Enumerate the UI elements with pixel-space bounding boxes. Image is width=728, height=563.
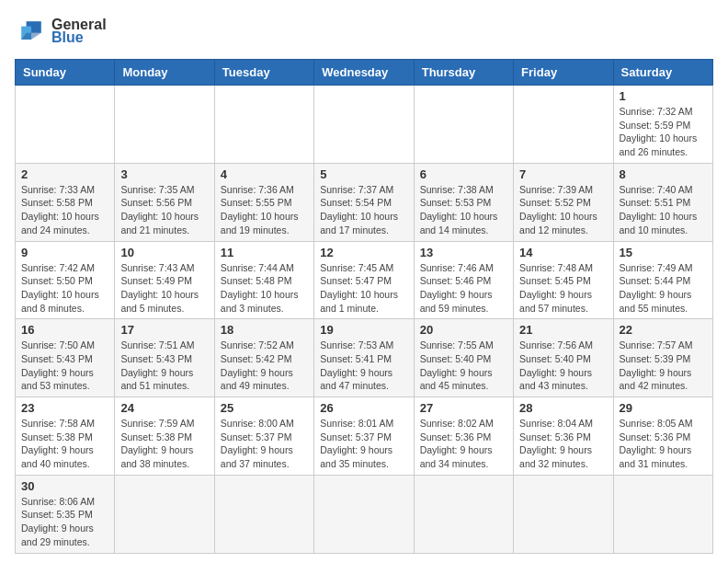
- calendar-cell: 4Sunrise: 7:36 AM Sunset: 5:55 PM Daylig…: [214, 163, 313, 241]
- day-number: 29: [620, 401, 707, 415]
- calendar-cell: 24Sunrise: 7:59 AM Sunset: 5:38 PM Dayli…: [115, 397, 214, 476]
- calendar-cell: 12Sunrise: 7:45 AM Sunset: 5:47 PM Dayli…: [314, 241, 414, 319]
- calendar-body: 1Sunrise: 7:32 AM Sunset: 5:59 PM Daylig…: [16, 86, 713, 554]
- calendar-cell: 26Sunrise: 8:01 AM Sunset: 5:37 PM Dayli…: [314, 397, 414, 476]
- day-number: 12: [320, 246, 407, 259]
- calendar-cell: 6Sunrise: 7:38 AM Sunset: 5:53 PM Daylig…: [414, 163, 513, 241]
- day-info: Sunrise: 7:55 AM Sunset: 5:40 PM Dayligh…: [420, 339, 507, 393]
- calendar-week-5: 23Sunrise: 7:58 AM Sunset: 5:38 PM Dayli…: [16, 397, 713, 476]
- day-number: 5: [320, 167, 407, 181]
- day-number: 17: [120, 323, 208, 337]
- day-number: 11: [221, 246, 308, 259]
- day-number: 10: [120, 246, 208, 259]
- calendar-cell: 18Sunrise: 7:52 AM Sunset: 5:42 PM Dayli…: [214, 319, 313, 397]
- calendar-cell: 22Sunrise: 7:57 AM Sunset: 5:39 PM Dayli…: [613, 319, 712, 397]
- calendar-cell: 21Sunrise: 7:56 AM Sunset: 5:40 PM Dayli…: [514, 319, 613, 397]
- day-info: Sunrise: 7:48 AM Sunset: 5:45 PM Dayligh…: [519, 261, 607, 316]
- day-info: Sunrise: 7:57 AM Sunset: 5:39 PM Dayligh…: [620, 339, 707, 393]
- calendar-cell: 14Sunrise: 7:48 AM Sunset: 5:45 PM Dayli…: [514, 241, 613, 319]
- calendar-cell: [414, 475, 513, 553]
- day-number: 7: [519, 167, 607, 181]
- day-number: 24: [120, 401, 208, 415]
- weekday-header-wednesday: Wednesday: [314, 60, 414, 86]
- calendar-cell: [514, 475, 613, 553]
- day-number: 25: [221, 401, 308, 415]
- calendar-cell: 5Sunrise: 7:37 AM Sunset: 5:54 PM Daylig…: [314, 163, 414, 241]
- calendar-cell: 2Sunrise: 7:33 AM Sunset: 5:58 PM Daylig…: [16, 163, 115, 241]
- calendar-header: SundayMondayTuesdayWednesdayThursdayFrid…: [16, 60, 713, 86]
- day-number: 8: [620, 167, 707, 181]
- day-info: Sunrise: 7:38 AM Sunset: 5:53 PM Dayligh…: [420, 183, 507, 237]
- day-number: 1: [620, 89, 707, 103]
- day-number: 23: [21, 401, 108, 415]
- calendar-table: SundayMondayTuesdayWednesdayThursdayFrid…: [15, 59, 713, 554]
- page-header: General Blue: [15, 15, 713, 48]
- day-number: 22: [620, 323, 707, 337]
- calendar-cell: 1Sunrise: 7:32 AM Sunset: 5:59 PM Daylig…: [613, 86, 712, 164]
- day-info: Sunrise: 8:01 AM Sunset: 5:37 PM Dayligh…: [320, 417, 407, 471]
- calendar-cell: [314, 86, 414, 164]
- day-info: Sunrise: 7:33 AM Sunset: 5:58 PM Dayligh…: [21, 183, 108, 237]
- day-info: Sunrise: 8:04 AM Sunset: 5:36 PM Dayligh…: [519, 417, 607, 471]
- day-number: 20: [420, 323, 507, 337]
- calendar-cell: [613, 475, 712, 553]
- calendar-cell: [115, 475, 214, 553]
- calendar-cell: 10Sunrise: 7:43 AM Sunset: 5:49 PM Dayli…: [115, 241, 214, 319]
- day-info: Sunrise: 8:05 AM Sunset: 5:36 PM Dayligh…: [620, 417, 707, 471]
- day-info: Sunrise: 7:39 AM Sunset: 5:52 PM Dayligh…: [519, 183, 607, 237]
- calendar-cell: [314, 475, 414, 553]
- calendar-week-2: 2Sunrise: 7:33 AM Sunset: 5:58 PM Daylig…: [16, 163, 713, 241]
- day-info: Sunrise: 8:06 AM Sunset: 5:35 PM Dayligh…: [21, 495, 108, 549]
- calendar-cell: 30Sunrise: 8:06 AM Sunset: 5:35 PM Dayli…: [16, 475, 115, 553]
- day-number: 28: [519, 401, 607, 415]
- calendar-cell: 8Sunrise: 7:40 AM Sunset: 5:51 PM Daylig…: [613, 163, 712, 241]
- day-info: Sunrise: 7:35 AM Sunset: 5:56 PM Dayligh…: [120, 183, 208, 237]
- weekday-header-monday: Monday: [115, 60, 214, 86]
- day-number: 4: [221, 167, 308, 181]
- day-number: 3: [120, 167, 208, 181]
- day-number: 16: [21, 323, 108, 337]
- weekday-header-thursday: Thursday: [414, 60, 513, 86]
- calendar-cell: 17Sunrise: 7:51 AM Sunset: 5:43 PM Dayli…: [115, 319, 214, 397]
- calendar-cell: [115, 86, 214, 164]
- weekday-header-row: SundayMondayTuesdayWednesdayThursdayFrid…: [16, 60, 713, 86]
- day-number: 26: [320, 401, 407, 415]
- logo: General Blue: [15, 15, 107, 48]
- day-info: Sunrise: 7:49 AM Sunset: 5:44 PM Dayligh…: [620, 261, 707, 316]
- day-info: Sunrise: 7:59 AM Sunset: 5:38 PM Dayligh…: [120, 417, 208, 471]
- calendar-cell: [514, 86, 613, 164]
- day-info: Sunrise: 7:36 AM Sunset: 5:55 PM Dayligh…: [221, 183, 308, 237]
- day-number: 27: [420, 401, 507, 415]
- day-info: Sunrise: 7:56 AM Sunset: 5:40 PM Dayligh…: [519, 339, 607, 393]
- calendar-cell: 11Sunrise: 7:44 AM Sunset: 5:48 PM Dayli…: [214, 241, 313, 319]
- day-number: 2: [21, 167, 108, 181]
- day-info: Sunrise: 7:40 AM Sunset: 5:51 PM Dayligh…: [620, 183, 707, 237]
- calendar-week-4: 16Sunrise: 7:50 AM Sunset: 5:43 PM Dayli…: [16, 319, 713, 397]
- day-info: Sunrise: 7:32 AM Sunset: 5:59 PM Dayligh…: [620, 105, 707, 159]
- day-info: Sunrise: 7:42 AM Sunset: 5:50 PM Dayligh…: [21, 261, 108, 316]
- weekday-header-friday: Friday: [514, 60, 613, 86]
- calendar-cell: 3Sunrise: 7:35 AM Sunset: 5:56 PM Daylig…: [115, 163, 214, 241]
- calendar-cell: 29Sunrise: 8:05 AM Sunset: 5:36 PM Dayli…: [613, 397, 712, 476]
- calendar-cell: [214, 475, 313, 553]
- weekday-header-saturday: Saturday: [613, 60, 712, 86]
- calendar-week-1: 1Sunrise: 7:32 AM Sunset: 5:59 PM Daylig…: [16, 86, 713, 164]
- day-info: Sunrise: 7:46 AM Sunset: 5:46 PM Dayligh…: [420, 261, 507, 316]
- day-info: Sunrise: 7:52 AM Sunset: 5:42 PM Dayligh…: [221, 339, 308, 393]
- calendar-cell: 13Sunrise: 7:46 AM Sunset: 5:46 PM Dayli…: [414, 241, 513, 319]
- day-info: Sunrise: 7:50 AM Sunset: 5:43 PM Dayligh…: [21, 339, 108, 393]
- day-number: 21: [519, 323, 607, 337]
- day-number: 19: [320, 323, 407, 337]
- calendar-cell: [16, 86, 115, 164]
- day-info: Sunrise: 7:44 AM Sunset: 5:48 PM Dayligh…: [221, 261, 308, 316]
- day-info: Sunrise: 8:00 AM Sunset: 5:37 PM Dayligh…: [221, 417, 308, 471]
- calendar-cell: 19Sunrise: 7:53 AM Sunset: 5:41 PM Dayli…: [314, 319, 414, 397]
- calendar-week-3: 9Sunrise: 7:42 AM Sunset: 5:50 PM Daylig…: [16, 241, 713, 319]
- calendar-cell: 20Sunrise: 7:55 AM Sunset: 5:40 PM Dayli…: [414, 319, 513, 397]
- calendar-cell: 25Sunrise: 8:00 AM Sunset: 5:37 PM Dayli…: [214, 397, 313, 476]
- day-number: 9: [21, 246, 108, 259]
- logo-icon: [15, 15, 48, 48]
- calendar-cell: [214, 86, 313, 164]
- day-number: 14: [519, 246, 607, 259]
- logo-text: General Blue: [51, 17, 107, 46]
